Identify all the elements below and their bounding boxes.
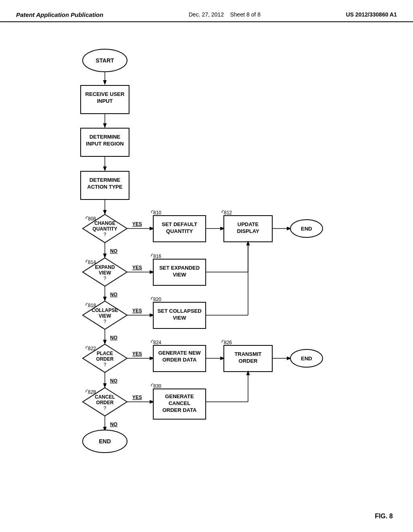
svg-text:END: END <box>301 355 312 362</box>
svg-text:SET EXPANDED: SET EXPANDED <box>159 265 200 271</box>
header-date: Dec. 27, 2012 <box>189 11 224 18</box>
svg-text:END: END <box>301 226 312 232</box>
svg-text:QUANTITY: QUANTITY <box>92 226 117 232</box>
svg-text:?: ? <box>104 405 106 411</box>
svg-text:CANCEL: CANCEL <box>95 394 115 400</box>
header-center: Dec. 27, 2012 Sheet 8 of 8 <box>189 11 261 18</box>
svg-text:CHANGE: CHANGE <box>94 220 115 226</box>
svg-text:START: START <box>96 57 114 64</box>
svg-text:UPDATE: UPDATE <box>238 221 259 227</box>
svg-text:TRANSMIT: TRANSMIT <box>234 351 261 357</box>
header-sheet: Sheet 8 of 8 <box>230 11 261 18</box>
svg-text:YES: YES <box>132 221 142 227</box>
svg-text:812: 812 <box>224 210 232 216</box>
svg-text:VIEW: VIEW <box>99 313 111 319</box>
svg-text:826: 826 <box>224 340 232 345</box>
svg-text:816: 816 <box>153 254 161 259</box>
svg-text:VIEW: VIEW <box>99 270 111 276</box>
svg-text:?: ? <box>104 232 106 237</box>
svg-text:NO: NO <box>110 248 117 254</box>
svg-text:NO: NO <box>110 335 117 341</box>
svg-text:DETERMINE: DETERMINE <box>90 177 121 183</box>
svg-text:820: 820 <box>153 297 161 302</box>
svg-text:ACTION TYPE: ACTION TYPE <box>87 184 123 190</box>
svg-text:810: 810 <box>153 210 161 216</box>
svg-text:INPUT: INPUT <box>97 98 113 104</box>
svg-text:QUANTITY: QUANTITY <box>166 228 193 234</box>
svg-text:GENERATE: GENERATE <box>165 393 194 399</box>
page-header: Patent Application Publication Dec. 27, … <box>0 0 413 22</box>
svg-text:COLLAPSE: COLLAPSE <box>92 308 118 313</box>
svg-text:YES: YES <box>132 395 142 400</box>
svg-text:?: ? <box>104 319 106 324</box>
svg-text:?: ? <box>104 362 106 368</box>
svg-text:INPUT REGION: INPUT REGION <box>86 141 124 147</box>
svg-text:824: 824 <box>153 340 161 345</box>
flowchart: START 802 RECEIVE USER INPUT 804 DETERMI… <box>24 28 379 520</box>
svg-text:END: END <box>99 438 111 445</box>
svg-text:CANCEL: CANCEL <box>169 400 190 406</box>
svg-text:ORDER DATA: ORDER DATA <box>163 407 197 413</box>
svg-text:ORDER DATA: ORDER DATA <box>163 357 197 363</box>
svg-text:VIEW: VIEW <box>173 315 186 321</box>
header-right: US 2012/330860 A1 <box>346 11 397 18</box>
svg-text:YES: YES <box>132 308 142 314</box>
svg-text:YES: YES <box>132 265 142 270</box>
svg-text:830: 830 <box>153 383 161 389</box>
svg-text:VIEW: VIEW <box>173 272 186 278</box>
svg-text:DETERMINE: DETERMINE <box>90 134 121 140</box>
svg-text:DISPLAY: DISPLAY <box>237 228 259 234</box>
figure-label: FIG. 8 <box>375 513 393 520</box>
svg-text:?: ? <box>104 276 106 281</box>
svg-text:NO: NO <box>110 378 117 384</box>
svg-text:SET DEFAULT: SET DEFAULT <box>162 221 197 227</box>
svg-text:EXPAND: EXPAND <box>95 264 115 270</box>
svg-text:ORDER: ORDER <box>96 400 114 405</box>
svg-text:GENERATE NEW: GENERATE NEW <box>158 350 201 356</box>
header-left: Patent Application Publication <box>16 11 103 18</box>
svg-text:SET COLLAPSED: SET COLLAPSED <box>157 308 201 314</box>
svg-text:NO: NO <box>110 292 117 297</box>
svg-text:YES: YES <box>132 351 142 357</box>
svg-text:NO: NO <box>110 422 117 427</box>
svg-text:PLACE: PLACE <box>97 351 113 356</box>
svg-text:RECEIVE USER: RECEIVE USER <box>86 91 125 97</box>
svg-text:ORDER: ORDER <box>96 356 114 362</box>
svg-text:ORDER: ORDER <box>239 358 258 364</box>
